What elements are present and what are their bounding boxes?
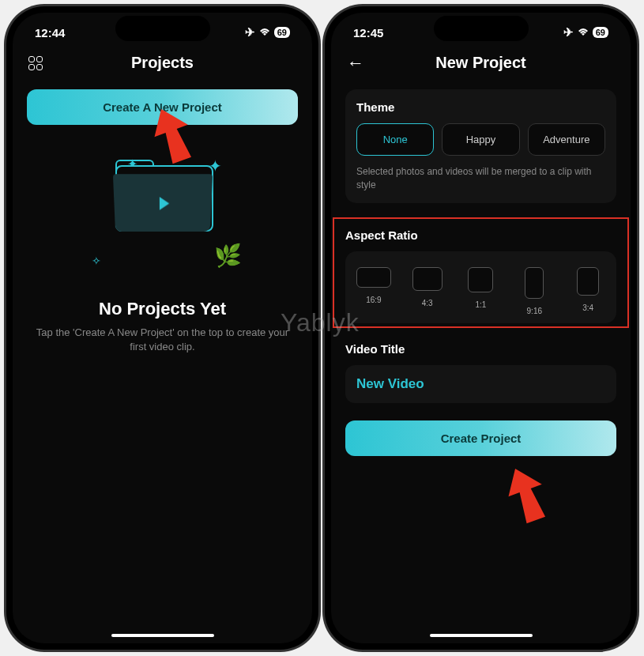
home-indicator[interactable] xyxy=(430,634,533,637)
clock: 12:44 xyxy=(35,26,65,40)
battery-icon: 69 xyxy=(593,27,608,38)
create-project-button[interactable]: Create Project xyxy=(345,420,616,456)
theme-option-happy[interactable]: Happy xyxy=(442,123,519,156)
video-title-label: Video Title xyxy=(345,342,616,356)
page-title: Projects xyxy=(131,54,194,72)
wifi-icon xyxy=(577,26,589,40)
wifi-icon xyxy=(258,26,271,40)
notch xyxy=(115,16,210,41)
tutorial-arrow-icon xyxy=(501,463,548,530)
empty-title: No Projects Yet xyxy=(27,299,298,319)
airplane-mode-icon: ✈ xyxy=(563,25,574,40)
page-title: New Project xyxy=(435,54,525,72)
ratio-option-16-9[interactable]: 16:9 xyxy=(350,267,397,315)
battery-icon: 69 xyxy=(274,27,290,38)
phone-right: 12:45 ✈ 69 ← New Project Theme None Happ… xyxy=(325,6,637,650)
theme-option-adventure[interactable]: Adventure xyxy=(528,123,605,156)
ratio-option-3-4[interactable]: 3:4 xyxy=(564,267,612,315)
theme-label: Theme xyxy=(356,100,605,114)
notch xyxy=(434,16,529,41)
theme-option-none[interactable]: None xyxy=(356,123,434,156)
aspect-ratio-highlight: Aspect Ratio 16:9 4:3 1:1 xyxy=(333,217,629,328)
phone-left: 12:44 ✈ 69 Projects Create A New Project… xyxy=(6,6,318,650)
tutorial-arrow-icon xyxy=(147,104,194,170)
grid-menu-icon[interactable] xyxy=(28,56,43,70)
play-icon xyxy=(159,197,168,210)
home-indicator[interactable] xyxy=(111,634,214,637)
empty-subtitle: Tap the 'Create A New Project' on the to… xyxy=(27,326,298,354)
theme-hint: Selected photos and videos will be merge… xyxy=(356,165,605,192)
clock: 12:45 xyxy=(353,26,383,40)
back-button[interactable]: ← xyxy=(347,53,364,74)
ratio-option-4-3[interactable]: 4:3 xyxy=(404,267,451,315)
header: ← New Project xyxy=(331,44,631,81)
ratio-option-9-16[interactable]: 9:16 xyxy=(510,267,558,315)
aspect-ratio-label: Aspect Ratio xyxy=(345,228,616,242)
empty-illustration: ✦ ✦ ✧ 🌿 xyxy=(92,156,234,283)
video-title-input[interactable]: New Video xyxy=(345,365,616,403)
airplane-mode-icon: ✈ xyxy=(245,25,255,40)
ratio-option-1-1[interactable]: 1:1 xyxy=(458,267,505,315)
header: Projects xyxy=(13,44,312,81)
